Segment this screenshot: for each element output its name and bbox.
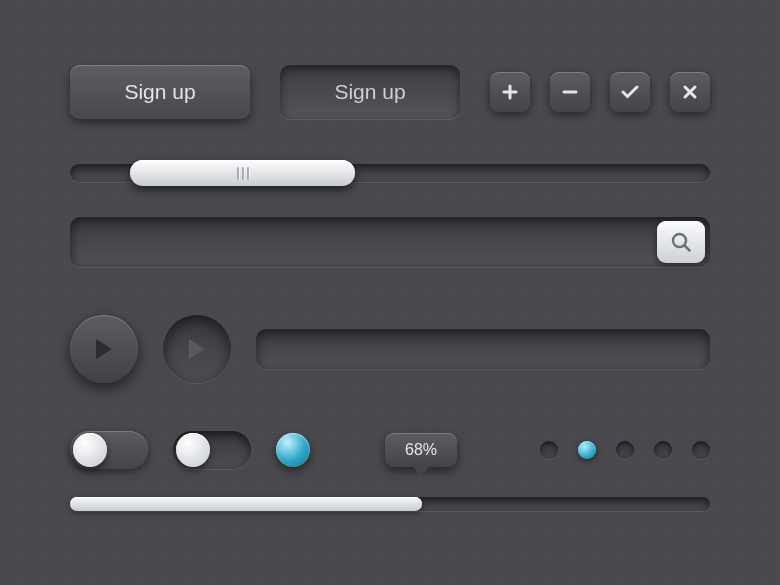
pagination-dot-2[interactable]: [616, 441, 634, 459]
play-button[interactable]: [70, 315, 138, 383]
search-input[interactable]: [70, 217, 657, 267]
play-button-pressed[interactable]: [163, 315, 231, 383]
range-slider-thumb[interactable]: [130, 160, 355, 186]
play-icon: [187, 338, 207, 360]
search-button[interactable]: [657, 221, 705, 263]
accent-orb[interactable]: [276, 433, 310, 467]
toggle-switch-1[interactable]: [70, 431, 148, 469]
minus-button[interactable]: [550, 72, 590, 112]
media-row: [70, 315, 710, 383]
pagination-dot-1[interactable]: [578, 441, 596, 459]
toggle-switch-2[interactable]: [173, 431, 251, 469]
progress-bar[interactable]: [70, 497, 710, 511]
play-icon: [94, 338, 114, 360]
sign-up-button[interactable]: Sign up: [70, 65, 250, 119]
progress-tooltip: 68%: [385, 433, 457, 467]
toggle-knob: [176, 433, 210, 467]
icon-button-group: [490, 72, 710, 112]
toggle-knob: [73, 433, 107, 467]
media-progress-track[interactable]: [256, 329, 710, 369]
top-buttons-row: Sign up Sign up: [70, 65, 710, 119]
pagination-dot-0[interactable]: [540, 441, 558, 459]
check-icon: [621, 84, 639, 100]
progress-bar-fill: [70, 497, 422, 511]
search-bar: [70, 217, 710, 267]
sign-up-button-pressed[interactable]: Sign up: [280, 65, 460, 119]
pagination-dot-3[interactable]: [654, 441, 672, 459]
minus-icon: [562, 84, 578, 100]
range-slider[interactable]: [70, 164, 710, 182]
pagination-dots: [540, 441, 710, 459]
plus-button[interactable]: [490, 72, 530, 112]
plus-icon: [502, 84, 518, 100]
check-button[interactable]: [610, 72, 650, 112]
close-icon: [682, 84, 698, 100]
pagination-dot-4[interactable]: [692, 441, 710, 459]
close-button[interactable]: [670, 72, 710, 112]
controls-row: 68%: [70, 431, 710, 469]
search-icon: [670, 231, 692, 253]
